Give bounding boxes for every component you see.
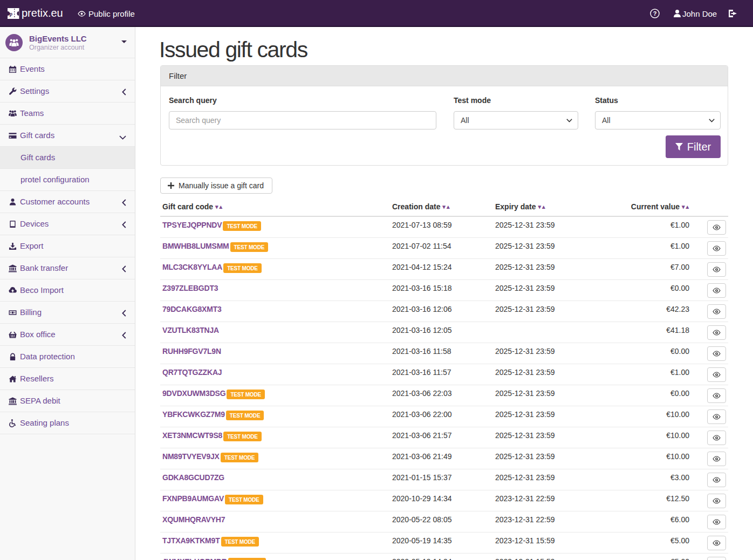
svg-text:?: ? <box>653 10 657 17</box>
svg-text:p: p <box>10 11 13 17</box>
